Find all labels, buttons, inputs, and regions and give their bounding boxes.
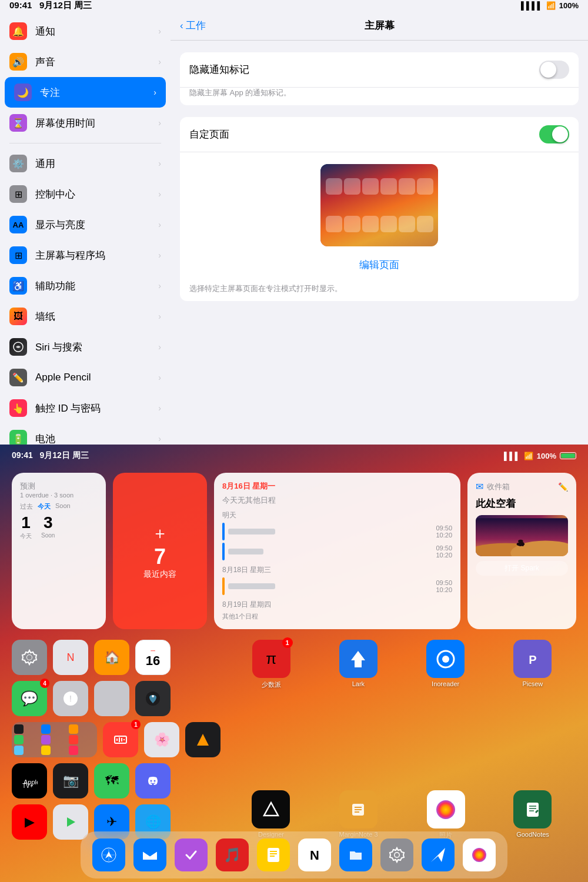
- app-maps[interactable]: 🗺: [94, 763, 129, 799]
- control-center-icon: ⊞: [9, 185, 27, 203]
- app-record[interactable]: 1: [103, 722, 138, 757]
- shaoshupai-icon: π 1: [252, 640, 290, 678]
- dock-photos[interactable]: [463, 838, 496, 871]
- sidebar-item-notifications[interactable]: 🔔 通知 ›: [0, 16, 171, 46]
- hide-notification-badge-toggle[interactable]: [539, 61, 569, 79]
- reminders-tab-past[interactable]: 过去: [20, 502, 33, 511]
- app-inoreader[interactable]: Inoreader: [426, 640, 465, 689]
- app-news[interactable]: N: [53, 640, 88, 675]
- reminders-tabs: 过去 今天 Soon: [20, 502, 98, 511]
- app-goodnotes[interactable]: GoodNotes: [513, 790, 552, 840]
- app-gray1[interactable]: !: [53, 681, 88, 716]
- svg-text:N: N: [310, 848, 319, 863]
- calendar-widget[interactable]: 8月16日 星期一 今天无其他日程 明天 09:5010:20: [214, 473, 460, 629]
- app-messages[interactable]: 💬 4: [12, 681, 47, 716]
- sidebar-item-wallpaper[interactable]: 🖼 墙纸 ›: [0, 301, 171, 332]
- edit-page-link[interactable]: 编辑页面: [353, 252, 405, 278]
- dock-files[interactable]: [339, 838, 372, 871]
- svg-point-27: [442, 656, 449, 663]
- settings-status-right: ▌▌▌▌ 📶 100%: [521, 1, 579, 10]
- sidebar-item-display[interactable]: AA 显示与亮度 ›: [0, 209, 171, 240]
- dock-music[interactable]: 🎵: [216, 838, 249, 871]
- app-gray2[interactable]: [94, 681, 129, 716]
- home-battery: 100%: [537, 452, 556, 460]
- svg-point-9: [27, 655, 32, 660]
- mail-title: 收件箱: [487, 482, 558, 492]
- svg-rect-44: [268, 848, 279, 862]
- home-date: 9月12日 周三: [39, 450, 88, 460]
- sidebar-item-sounds[interactable]: 🔊 声音 ›: [0, 46, 171, 77]
- dock-direct[interactable]: [422, 838, 455, 871]
- accessibility-icon: ♿: [9, 277, 27, 295]
- reminders-tab-today[interactable]: 今天: [38, 502, 51, 511]
- app-photos-albums[interactable]: 🌸: [144, 722, 179, 757]
- svg-point-7: [518, 540, 523, 543]
- touch-id-icon: 👆: [9, 399, 27, 417]
- sidebar-item-home-screen[interactable]: ⊞ 主屏幕与程序坞 ›: [0, 240, 171, 270]
- svg-marker-25: [67, 817, 75, 827]
- app-gplay[interactable]: [53, 804, 88, 840]
- screen-time-icon: ⌛: [9, 114, 27, 132]
- app-calendar[interactable]: 一 16: [135, 640, 171, 675]
- detail-back-button[interactable]: ‹ 工作: [180, 19, 206, 32]
- hide-notification-badge-desc: 隐藏主屏幕 App 的通知标记。: [180, 88, 579, 105]
- home-status-bar: 09:41 9月12日 周三 ▌▌▌ 📶 100%: [0, 445, 588, 467]
- sidebar-item-accessibility[interactable]: ♿ 辅助功能 ›: [0, 270, 171, 301]
- sidebar-item-siri[interactable]: Siri 与搜索 ›: [0, 332, 171, 362]
- app-home[interactable]: 🏠: [94, 640, 129, 675]
- shaoshupai-badge: 1: [282, 637, 293, 648]
- general-icon: ⚙️: [9, 155, 27, 172]
- hide-notification-badge-row: 隐藏通知标记: [180, 52, 579, 88]
- calendar-thu-section: 8月19日 星期四 其他1个日程: [222, 600, 452, 621]
- reminders-tab-soon[interactable]: Soon: [55, 502, 71, 511]
- app-youtube[interactable]: ▶: [12, 804, 47, 840]
- app-folder[interactable]: [12, 722, 97, 757]
- sidebar-item-touch-id[interactable]: 👆 触控 ID 与密码 ›: [0, 393, 171, 423]
- app-camera[interactable]: 📷: [53, 763, 88, 799]
- widgets-area: 预测 1 overdue · 3 soon 过去 今天 Soon 1 今天 3 …: [0, 467, 588, 635]
- svg-point-34: [436, 800, 455, 819]
- dock-notion[interactable]: N: [298, 838, 331, 871]
- svg-text:P: P: [529, 653, 536, 666]
- dock-mail[interactable]: [133, 838, 166, 871]
- app-shaoshupai[interactable]: π 1 少数派: [252, 640, 290, 689]
- reminders-nums: 1 今天 3 Soon: [20, 513, 98, 540]
- focus-icon: 🌙: [14, 83, 32, 101]
- svg-rect-6: [522, 542, 524, 546]
- home-screen: 09:41 9月12日 周三 ▌▌▌ 📶 100% 预测 1 overdue ·…: [0, 445, 588, 882]
- app-apple-tv[interactable]: AppleTV+: [12, 763, 47, 799]
- reminders-soon-count: 3 Soon: [41, 513, 55, 540]
- calendar-event-bar-2: [222, 543, 225, 560]
- sidebar-item-screen-time[interactable]: ⌛ 屏幕使用时间 ›: [0, 108, 171, 138]
- open-spark-button[interactable]: 打开 Spark: [476, 561, 568, 576]
- dock-reminders[interactable]: [175, 838, 208, 871]
- sidebar-item-focus[interactable]: 🌙 专注 ›: [5, 77, 166, 108]
- app-lark[interactable]: Lark: [339, 640, 377, 689]
- svg-rect-5: [520, 542, 522, 546]
- reminders-widget[interactable]: 预测 1 overdue · 3 soon 过去 今天 Soon 1 今天 3 …: [12, 473, 106, 629]
- app-discord[interactable]: [135, 763, 171, 799]
- dock-safari[interactable]: [92, 838, 125, 871]
- mail-edit-icon[interactable]: ✏️: [558, 482, 568, 492]
- home-time: 09:41: [12, 450, 33, 460]
- calendar-event-row-2: 09:5010:20: [222, 543, 452, 560]
- app-meditation[interactable]: [135, 681, 171, 716]
- custom-page-toggle[interactable]: [539, 125, 569, 143]
- home-screen-icon: ⊞: [9, 246, 27, 264]
- dock-settings[interactable]: [380, 838, 413, 871]
- app-dark[interactable]: [185, 722, 220, 757]
- signal-icon: ▌▌▌▌: [521, 1, 543, 10]
- app-picsew[interactable]: P Picsew: [513, 640, 552, 689]
- sidebar-item-general[interactable]: ⚙️ 通用 ›: [0, 148, 171, 179]
- recent-widget[interactable]: ＋ 7 最近内容: [113, 473, 207, 629]
- calendar-event-times-2: 09:5010:20: [436, 544, 452, 559]
- calendar-no-events: 今天无其他日程: [222, 495, 452, 506]
- dock-notes[interactable]: [257, 838, 290, 871]
- sidebar-item-control-center[interactable]: ⊞ 控制中心 ›: [0, 179, 171, 209]
- detail-title: 主屏幕: [365, 19, 395, 32]
- settings-body: 🔔 通知 › 🔊 声音 › 🌙 专注 › ⌛ 屏幕使用时间 ›: [0, 11, 588, 485]
- app-settings[interactable]: [12, 640, 47, 675]
- calendar-event-row-1: 09:5010:20: [222, 523, 452, 540]
- mail-widget[interactable]: ✉ 收件箱 ✏️ 此处空着: [467, 473, 576, 629]
- sidebar-item-apple-pencil[interactable]: ✏️ Apple Pencil ›: [0, 362, 171, 393]
